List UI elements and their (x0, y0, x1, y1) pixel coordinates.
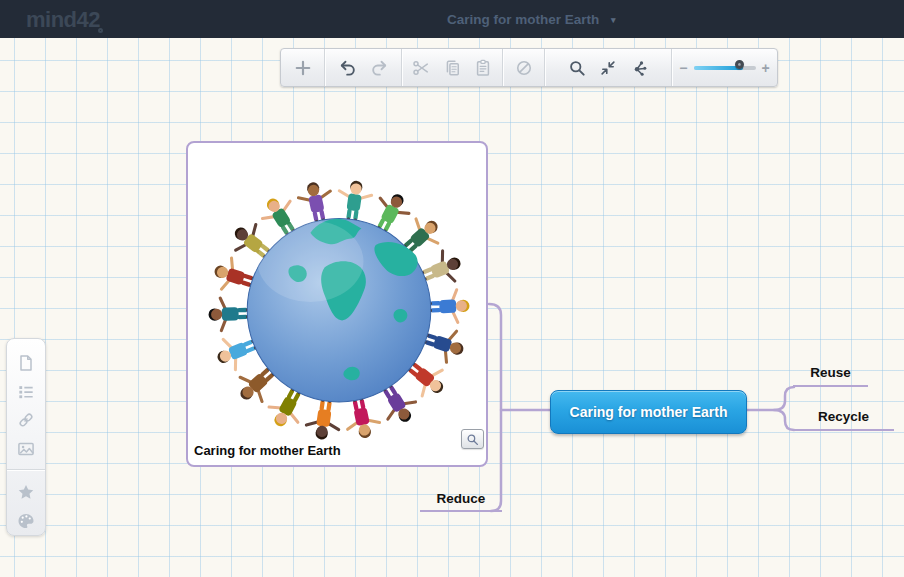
main-toolbar: − + (280, 48, 778, 87)
node-reuse[interactable]: Reuse (793, 365, 868, 387)
zoom-slider[interactable]: − + (671, 61, 777, 75)
earth-people-illustration (196, 147, 482, 453)
scissors-icon (411, 58, 431, 78)
copy-button[interactable] (437, 52, 468, 83)
zoom-image-button[interactable] (461, 429, 484, 449)
logo-node-dot (98, 28, 103, 33)
map-title-text: Caring for mother Earth (447, 12, 599, 27)
undo-icon (338, 58, 358, 78)
zoom-slider-track[interactable] (694, 66, 756, 70)
plus-icon (293, 58, 313, 78)
palette-icon (16, 511, 36, 531)
zoom-slider-handle[interactable] (735, 60, 744, 69)
app-header: mind42 Caring for mother Earth ▾ (0, 0, 904, 38)
search-button[interactable] (562, 52, 593, 83)
toolbar-group-add (281, 49, 324, 86)
sidebar-item-link[interactable] (10, 406, 42, 435)
sidebar-item-icon-star[interactable] (10, 478, 42, 507)
no-entry-icon (514, 58, 534, 78)
sidebar-item-color[interactable] (10, 506, 42, 535)
toolbar-group-view (544, 49, 671, 86)
image-icon (16, 439, 36, 459)
mind42-logo[interactable]: mind42 (26, 0, 103, 38)
clear-formatting-button[interactable] (508, 52, 539, 83)
sidebar-item-todo-list[interactable] (10, 378, 42, 407)
undo-button[interactable] (332, 52, 363, 83)
paste-button[interactable] (468, 52, 499, 83)
document-icon (16, 353, 36, 373)
zoom-in-button[interactable]: + (762, 61, 770, 75)
cut-button[interactable] (406, 52, 437, 83)
fit-map-button[interactable] (593, 52, 624, 83)
panel-divider (7, 469, 45, 470)
redo-icon (369, 58, 389, 78)
toolbar-group-clear (502, 49, 544, 86)
todo-list-icon (16, 382, 36, 402)
toolbar-group-history (324, 49, 401, 86)
logo-text: mind42 (26, 7, 100, 32)
map-overview-button[interactable] (624, 52, 655, 83)
chevron-down-icon: ▾ (611, 15, 616, 25)
paste-icon (473, 58, 493, 78)
redo-button[interactable] (363, 52, 394, 83)
sidebar-item-note[interactable] (10, 349, 42, 378)
zoom-out-button[interactable]: − (679, 61, 687, 75)
collapse-arrows-icon (598, 58, 618, 78)
link-icon (16, 410, 36, 430)
node-recycle[interactable]: Recycle (793, 409, 894, 431)
add-node-button[interactable] (287, 52, 318, 83)
root-node[interactable]: Caring for mother Earth (550, 390, 747, 434)
toolbar-group-zoom: − + (671, 49, 777, 86)
copy-icon (442, 58, 462, 78)
map-title-menu[interactable]: Caring for mother Earth ▾ (447, 0, 616, 38)
image-node[interactable]: Caring for mother Earth (186, 141, 488, 467)
magnifier-icon (466, 433, 479, 446)
node-reduce[interactable]: Reduce (420, 491, 502, 512)
star-icon (16, 482, 36, 502)
toolbar-group-clipboard (401, 49, 502, 86)
node-tools-panel (6, 338, 46, 536)
sidebar-item-image[interactable] (10, 435, 42, 464)
map-overview-icon (629, 58, 649, 78)
magnifier-icon (567, 58, 587, 78)
image-node-label: Caring for mother Earth (194, 443, 341, 458)
